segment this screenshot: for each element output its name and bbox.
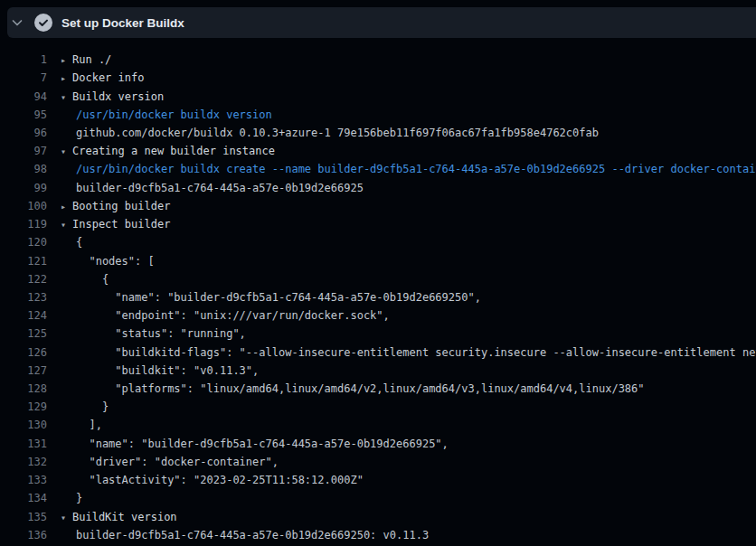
chevron-down-icon[interactable]: ▾ [61,220,72,230]
line-number[interactable]: 100 [0,200,47,212]
log-output-text: { [47,273,756,286]
log-line-row: 132 "driver": "docker-container", [0,453,756,471]
log-output-text: "nodes": [ [47,255,756,268]
log-group-row[interactable]: 97▾Creating a new builder instance [0,142,756,160]
line-number[interactable]: 135 [0,511,47,523]
chevron-down-icon[interactable]: ▾ [61,146,72,156]
log-command-text: /usr/bin/docker buildx version [47,108,756,121]
log-line-row: 96github.com/docker/buildx 0.10.3+azure-… [0,124,756,142]
log-line-row: 134} [0,489,756,507]
step-header[interactable]: Set up Docker Buildx [7,7,756,38]
line-number[interactable]: 134 [0,492,47,504]
chevron-down-icon[interactable]: ▾ [61,513,72,522]
log-output-text: "name": "builder-d9cfb5a1-c764-445a-a57e… [47,291,756,304]
log-line-row: 125 "status": "running", [0,325,756,343]
log-output-text: "endpoint": "unix:///var/run/docker.sock… [47,309,756,322]
log-line-row: 123 "name": "builder-d9cfb5a1-c764-445a-… [0,288,756,306]
line-number[interactable]: 121 [0,255,47,268]
log-group: ▸Booting builder [47,200,756,212]
line-number[interactable]: 125 [0,327,47,340]
log-group-row[interactable]: 135▾BuildKit version [0,507,756,525]
log-output-text: "status": "running", [47,327,756,340]
line-number[interactable]: 136 [0,529,47,541]
group-title: Creating a new builder instance [72,145,275,157]
log-output-text: ], [47,419,756,431]
log-group-row[interactable]: 94▾Buildx version [0,87,756,105]
check-circle-icon [34,14,52,32]
group-title: Booting builder [72,200,170,212]
log-line-row: 133 "lastActivity": "2023-02-25T11:58:12… [0,471,756,489]
group-title: Buildx version [72,90,164,103]
line-number[interactable]: 132 [0,456,47,468]
line-number[interactable]: 127 [0,364,47,377]
line-number[interactable]: 119 [0,218,47,231]
log-output-text: "platforms": "linux/amd64,linux/amd64/v2… [47,382,756,395]
log-output-text: builder-d9cfb5a1-c764-445a-a57e-0b19d2e6… [47,182,756,194]
group-title: BuildKit version [72,511,177,523]
log-line-row: 131 "name": "builder-d9cfb5a1-c764-445a-… [0,435,756,453]
log-line-row: 120{ [0,233,756,251]
log-line-row: 128 "platforms": "linux/amd64,linux/amd6… [0,380,756,398]
log-line-row: 122 { [0,270,756,288]
group-title: Run ./ [72,53,111,66]
log-line-row: 127 "buildkit": "v0.11.3", [0,362,756,380]
log-output-text: github.com/docker/buildx 0.10.3+azure-1 … [47,127,756,139]
chevron-down-icon[interactable]: ▾ [61,92,72,102]
line-number[interactable]: 98 [0,163,47,175]
log-output-text: builder-d9cfb5a1-c764-445a-a57e-0b19d2e6… [47,529,756,541]
log-command-text: /usr/bin/docker buildx create --name bui… [47,163,756,175]
chevron-right-icon[interactable]: ▸ [61,202,72,212]
log-line-row: 136builder-d9cfb5a1-c764-445a-a57e-0b19d… [0,526,756,544]
line-number[interactable]: 130 [0,419,47,431]
log-group-row[interactable]: 119▾Inspect builder [0,215,756,233]
log-output-text: } [47,492,756,504]
line-number[interactable]: 122 [0,273,47,286]
line-number[interactable]: 129 [0,400,47,413]
line-number[interactable]: 123 [0,291,47,304]
step-title: Set up Docker Buildx [61,16,184,30]
chevron-down-icon[interactable] [10,15,24,30]
line-number[interactable]: 1 [0,53,47,66]
log-output-text: { [47,236,756,249]
log-group: ▾Buildx version [47,90,756,103]
group-title: Inspect builder [72,218,170,231]
chevron-right-icon[interactable]: ▸ [61,73,72,83]
line-number[interactable]: 133 [0,474,47,486]
line-number[interactable]: 94 [0,90,47,103]
log-line-row: 126 "buildkitd-flags": "--allow-insecure… [0,344,756,362]
log-line-row: 121 "nodes": [ [0,251,756,269]
log-group-row[interactable]: 100▸Booting builder [0,197,756,215]
log-group: ▸Run ./ [47,53,756,66]
group-title: Docker info [72,71,144,84]
log-output-text: } [47,400,756,413]
line-number[interactable]: 131 [0,438,47,450]
log-viewer: 1▸Run ./7▸Docker info94▾Buildx version95… [0,38,756,546]
line-number[interactable]: 95 [0,108,47,121]
line-number[interactable]: 126 [0,346,47,359]
log-output-text: "buildkitd-flags": "--allow-insecure-ent… [47,346,756,359]
log-group-row[interactable]: 7▸Docker info [0,69,756,87]
chevron-right-icon[interactable]: ▸ [61,55,72,65]
log-output-text: "buildkit": "v0.11.3", [47,364,756,377]
log-line-row: 95/usr/bin/docker buildx version [0,106,756,124]
log-output-text: "driver": "docker-container", [47,456,756,468]
line-number[interactable]: 128 [0,382,47,395]
line-number[interactable]: 7 [0,71,47,84]
log-line-row: 99builder-d9cfb5a1-c764-445a-a57e-0b19d2… [0,179,756,197]
log-group-row[interactable]: 1▸Run ./ [0,51,756,69]
log-output-text: "lastActivity": "2023-02-25T11:58:12.000… [47,474,756,486]
line-number[interactable]: 120 [0,236,47,249]
log-line-row: 130 ], [0,416,756,434]
log-group: ▾BuildKit version [47,511,756,523]
log-line-row: 98/usr/bin/docker buildx create --name b… [0,160,756,178]
log-group: ▾Inspect builder [47,218,756,231]
log-line-row: 124 "endpoint": "unix:///var/run/docker.… [0,306,756,325]
log-line-row: 129 } [0,398,756,416]
line-number[interactable]: 97 [0,145,47,157]
log-output-text: "name": "builder-d9cfb5a1-c764-445a-a57e… [47,438,756,450]
log-group: ▸Docker info [47,71,756,84]
line-number[interactable]: 96 [0,127,47,139]
log-group: ▾Creating a new builder instance [47,145,756,157]
line-number[interactable]: 124 [0,309,47,322]
line-number[interactable]: 99 [0,182,47,194]
